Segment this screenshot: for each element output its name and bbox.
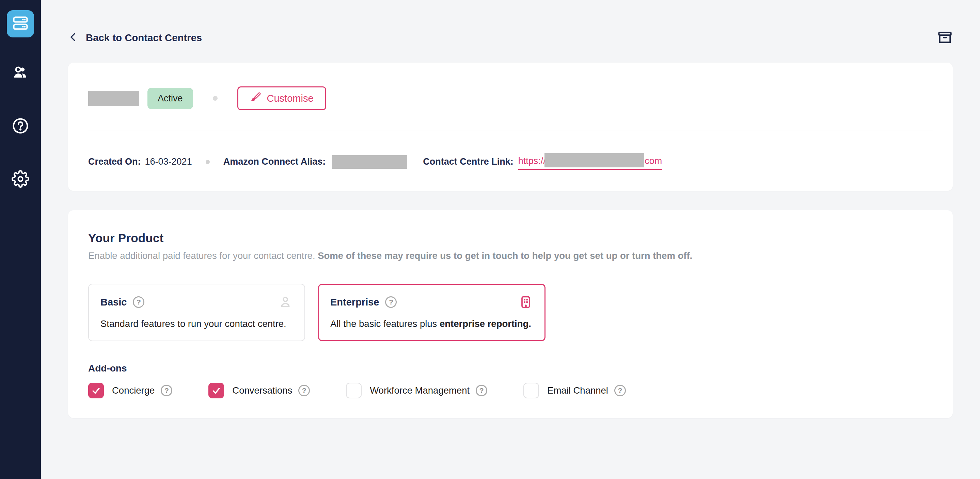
addon-label: Concierge: [112, 385, 154, 396]
help-icon: [11, 117, 29, 136]
created-on-label: Created On:: [88, 157, 141, 167]
addon-label: Email Channel: [547, 385, 608, 396]
checkbox[interactable]: [523, 383, 539, 398]
customise-button[interactable]: Customise: [237, 86, 326, 110]
section-title: Your Product: [88, 232, 933, 245]
card-divider: [88, 131, 933, 131]
help-circle-icon[interactable]: ?: [161, 385, 172, 397]
subtitle-regular: Enable additional paid features for your…: [88, 251, 318, 261]
addon-label: Workforce Management: [370, 385, 469, 396]
archive-box-icon: [937, 30, 953, 46]
plan-description: All the basic features plus enterprise r…: [330, 319, 533, 329]
users-icon: [11, 64, 29, 83]
plan-head: Basic ?: [100, 295, 293, 309]
building-icon: [518, 295, 533, 309]
section-subtitle: Enable additional paid features for your…: [88, 251, 933, 261]
person-icon: [278, 295, 293, 309]
plan-title: Basic: [100, 297, 127, 308]
sidebar-item-settings[interactable]: [7, 166, 34, 193]
checkbox[interactable]: [208, 383, 224, 398]
contact-centre-link[interactable]: https:// .com: [518, 154, 662, 170]
centre-name-redacted: [88, 91, 139, 106]
help-circle-icon[interactable]: ?: [476, 385, 487, 397]
sidebar: [0, 0, 41, 479]
link-redacted: [544, 153, 644, 167]
main-content: Back to Contact Centres Active: [41, 0, 980, 479]
checkbox[interactable]: [346, 383, 362, 398]
centre-info-row: Created On: 16-03-2021 Amazon Connect Al…: [88, 154, 933, 170]
dot-separator: [206, 160, 210, 164]
addon-label: Conversations: [232, 385, 292, 396]
help-circle-icon[interactable]: ?: [133, 296, 145, 308]
contact-centre-card: Active Customise Created On: 16-03-2021 …: [68, 63, 953, 191]
subtitle-bold: Some of these may require us to get in t…: [318, 251, 692, 261]
server-stack-icon: [11, 14, 29, 33]
plan-description-regular: All the basic features plus: [330, 319, 440, 329]
checkbox[interactable]: [88, 383, 104, 398]
addon-conversations[interactable]: Conversations ?: [208, 383, 310, 398]
link-prefix: https://: [518, 156, 546, 167]
archive-button[interactable]: [937, 30, 953, 46]
addons-row: Concierge ? Conversations ? Workforce Ma…: [88, 383, 933, 398]
link-suffix: .com: [642, 156, 662, 167]
contact-centre-link-label: Contact Centre Link:: [423, 157, 514, 167]
sidebar-item-help[interactable]: [7, 113, 34, 140]
plan-head: Enterprise ?: [330, 295, 533, 309]
plan-title: Enterprise: [330, 297, 379, 308]
paintbrush-icon: [250, 92, 261, 105]
addon-email-channel[interactable]: Email Channel ?: [523, 383, 626, 398]
customise-label: Customise: [267, 93, 313, 104]
status-badge: Active: [148, 88, 193, 109]
addon-workforce-management[interactable]: Workforce Management ?: [346, 383, 487, 398]
chevron-left-icon: [68, 32, 78, 44]
gear-icon: [11, 170, 29, 189]
alias-value-redacted: [332, 155, 407, 169]
topbar: Back to Contact Centres: [68, 30, 953, 46]
plan-description: Standard features to run your contact ce…: [100, 319, 293, 329]
dot-separator: [213, 96, 218, 101]
help-circle-icon[interactable]: ?: [385, 296, 397, 308]
created-on-value: 16-03-2021: [145, 157, 192, 167]
alias-label: Amazon Connect Alias:: [223, 157, 326, 167]
plan-card-basic[interactable]: Basic ? Standard features to run your co…: [88, 284, 305, 341]
sidebar-item-users[interactable]: [7, 60, 34, 87]
plan-card-enterprise[interactable]: Enterprise ? All the basic features: [318, 284, 546, 341]
addon-concierge[interactable]: Concierge ?: [88, 383, 172, 398]
help-circle-icon[interactable]: ?: [614, 385, 626, 397]
back-link[interactable]: Back to Contact Centres: [68, 32, 202, 44]
your-product-card: Your Product Enable additional paid feat…: [68, 210, 953, 418]
plan-description-bold: enterprise reporting.: [440, 319, 531, 329]
back-label: Back to Contact Centres: [86, 32, 202, 44]
centre-title-row: Active Customise: [88, 86, 933, 110]
help-circle-icon[interactable]: ?: [298, 385, 310, 397]
plan-options: Basic ? Standard features to run your co…: [88, 284, 933, 341]
addons-title: Add-ons: [88, 363, 933, 374]
sidebar-item-contact-centres[interactable]: [7, 10, 34, 37]
